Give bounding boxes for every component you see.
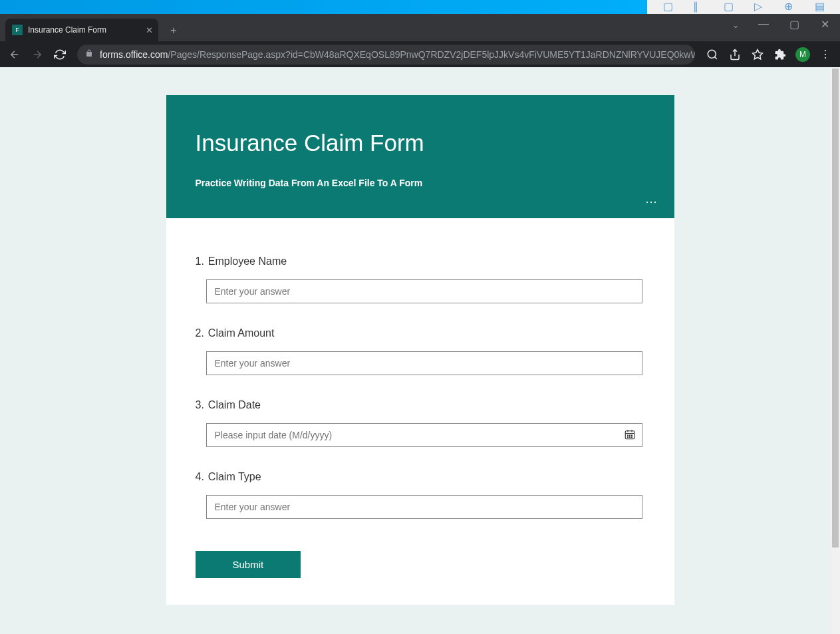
- form-title: Insurance Claim Form: [196, 130, 645, 156]
- minimize-button[interactable]: —: [748, 14, 779, 34]
- svg-point-6: [627, 435, 628, 436]
- browser-tab[interactable]: F Insurance Claim Form ✕: [5, 19, 158, 41]
- profile-avatar[interactable]: M: [793, 45, 812, 64]
- question-title: Claim Amount: [208, 327, 275, 339]
- svg-point-8: [631, 435, 632, 436]
- os-icon-4: ▷: [754, 0, 764, 8]
- browser-tab-strip: F Insurance Claim Form ✕ + ⌄ — ▢ ✕: [0, 14, 840, 41]
- extensions-icon[interactable]: [771, 45, 789, 64]
- question-claim-amount: 2. Claim Amount: [196, 327, 645, 375]
- question-claim-date: 3. Claim Date: [196, 399, 645, 447]
- os-toolbar-icons: ▢ ∥ ▢ ▷ ⊕ ▤: [647, 0, 840, 14]
- question-number: 1.: [196, 255, 204, 267]
- scrollbar-thumb[interactable]: [832, 69, 839, 548]
- tabs-dropdown-icon[interactable]: ⌄: [732, 21, 739, 30]
- kebab-menu-icon[interactable]: ⋮: [816, 45, 835, 64]
- calendar-icon[interactable]: [624, 428, 636, 440]
- claim-date-input[interactable]: [206, 423, 642, 447]
- os-icon-2: ∥: [693, 0, 702, 8]
- url-host: forms.office.com: [100, 49, 168, 60]
- svg-point-10: [629, 437, 630, 438]
- form-body: 1. Employee Name 2. Claim Amount 3. Clai…: [166, 218, 674, 605]
- tab-close-icon[interactable]: ✕: [146, 25, 153, 35]
- svg-point-9: [627, 437, 628, 438]
- form-container: Insurance Claim Form Practice Writing Da…: [166, 95, 674, 605]
- os-icon-1: ▢: [663, 0, 672, 8]
- question-title: Claim Type: [208, 471, 261, 483]
- lock-icon: [85, 49, 93, 59]
- os-icon-6: ▤: [815, 0, 824, 8]
- svg-marker-1: [753, 49, 763, 59]
- page-viewport: Insurance Claim Form Practice Writing Da…: [0, 67, 840, 634]
- url-path: /Pages/ResponsePage.aspx?id=CbW48aRQXEqO…: [168, 49, 695, 60]
- os-icon-3: ▢: [724, 0, 733, 8]
- forward-button[interactable]: [28, 45, 47, 64]
- tab-title: Insurance Claim Form: [28, 25, 106, 35]
- submit-button[interactable]: Submit: [196, 551, 301, 578]
- claim-amount-input[interactable]: [206, 351, 642, 375]
- svg-point-7: [629, 435, 630, 436]
- maximize-button[interactable]: ▢: [779, 14, 809, 34]
- question-number: 2.: [196, 327, 204, 339]
- form-description: Practice Writing Data From An Excel File…: [196, 178, 645, 188]
- avatar-letter: M: [795, 47, 810, 62]
- close-window-button[interactable]: ✕: [809, 14, 840, 34]
- svg-point-11: [631, 437, 632, 438]
- bookmark-star-icon[interactable]: [748, 45, 767, 64]
- question-number: 4.: [196, 471, 204, 483]
- new-tab-button[interactable]: +: [170, 25, 176, 37]
- question-number: 3.: [196, 399, 204, 411]
- reload-button[interactable]: [51, 45, 69, 64]
- question-claim-type: 4. Claim Type: [196, 471, 645, 519]
- back-button[interactable]: [5, 45, 24, 64]
- employee-name-input[interactable]: [206, 279, 642, 303]
- share-icon[interactable]: [726, 45, 744, 64]
- window-controls: — ▢ ✕: [748, 14, 840, 34]
- claim-type-input[interactable]: [206, 495, 642, 519]
- os-title-bar: ▢ ∥ ▢ ▷ ⊕ ▤: [0, 0, 840, 14]
- os-icon-5: ⊕: [784, 0, 793, 8]
- question-title: Claim Date: [208, 399, 261, 411]
- svg-point-0: [708, 50, 716, 58]
- tab-favicon-icon: F: [12, 25, 23, 35]
- question-employee-name: 1. Employee Name: [196, 255, 645, 303]
- browser-toolbar: forms.office.com/Pages/ResponsePage.aspx…: [0, 41, 840, 67]
- form-header: Insurance Claim Form Practice Writing Da…: [166, 95, 674, 218]
- zoom-icon[interactable]: [703, 45, 722, 64]
- address-bar[interactable]: forms.office.com/Pages/ResponsePage.aspx…: [77, 45, 695, 65]
- form-more-icon[interactable]: ⋯: [645, 194, 658, 209]
- scrollbar-track[interactable]: [831, 67, 840, 634]
- question-title: Employee Name: [208, 255, 287, 267]
